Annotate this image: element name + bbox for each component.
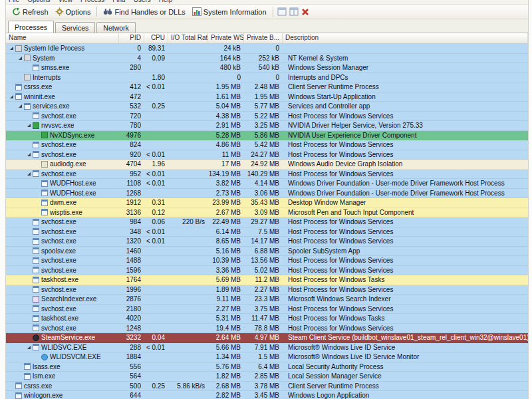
menu-help[interactable]: Help [159, 0, 173, 3]
expander-icon[interactable] [8, 84, 15, 90]
table-row[interactable]: smss.exe 280 480 kB 540 kB Windows Sessi… [6, 63, 528, 73]
system-information-button[interactable]: System Information [189, 7, 270, 17]
options-button[interactable]: Options [52, 7, 94, 17]
table-row[interactable]: csrss.exe 500 0.25 5.86 kB/s 2.68 MB 3.7… [6, 382, 528, 392]
expander-icon[interactable] [25, 219, 32, 225]
table-row[interactable]: svchost.exe 1488 10.39 MB 13.56 MB Host … [6, 256, 528, 266]
table-row[interactable]: audiodg.exe 4704 1.96 17 MB 24.92 MB Win… [6, 160, 528, 170]
table-row[interactable]: Interrupts 1.80 0 0 Interrupts and DPCs [6, 73, 528, 83]
expander-icon[interactable] [17, 55, 23, 61]
expander-icon[interactable] [25, 151, 32, 158]
expander-icon[interactable] [25, 315, 32, 322]
expander-icon[interactable] [25, 170, 32, 177]
expander-icon[interactable] [8, 382, 15, 389]
column-header-description[interactable]: Description [283, 33, 528, 43]
table-row[interactable]: WUDFHost.exe 1268 2.73 MB 3.06 MB Window… [6, 189, 528, 199]
table-row[interactable]: winlogon.exe 644 2.82 MB 3.45 MB Windows… [6, 391, 528, 399]
menu-view[interactable]: View [59, 0, 73, 3]
table-row[interactable]: csrss.exe 412 < 0.01 1.95 MB 2.48 MB Cli… [6, 82, 528, 92]
window-view-button-2[interactable] [288, 7, 300, 17]
column-header-cpu[interactable]: CPU [144, 33, 168, 43]
expander-icon[interactable] [25, 257, 32, 264]
expander-icon[interactable] [34, 132, 41, 138]
expander-icon[interactable] [25, 296, 32, 303]
table-row[interactable]: wisptis.exe 3136 0.12 2.67 MB 3.09 MB Mi… [6, 208, 528, 218]
expander-icon[interactable] [25, 238, 32, 245]
table-row[interactable]: svchost.exe 720 4.38 MB 5.22 MB Host Pro… [6, 112, 528, 122]
table-row[interactable]: taskhost.exe 1764 5.69 MB 11.2 MB Host P… [6, 275, 528, 285]
expander-icon[interactable] [34, 190, 41, 196]
table-row[interactable]: System 4 0.09 164 kB 252 kB NT Kernel & … [6, 54, 528, 64]
menu-process[interactable]: Process [80, 0, 104, 3]
table-row[interactable]: WLIDSVC.EXE 288 < 0.01 5.66 MB 7.91 MB M… [6, 343, 528, 353]
column-header-name[interactable]: Name [6, 33, 119, 43]
table-row[interactable]: taskhost.exe 4020 5.31 MB 11.47 MB Host … [6, 314, 528, 324]
table-row[interactable]: lsass.exe 556 5.76 MB 6.4 MB Local Secur… [6, 362, 528, 372]
window-view-button-1[interactable] [276, 7, 288, 17]
expander-icon[interactable] [17, 74, 23, 80]
table-row[interactable]: svchost.exe 824 4.86 MB 5.42 MB Host Pro… [6, 140, 528, 150]
refresh-button[interactable]: Refresh [9, 7, 52, 17]
expander-icon[interactable] [8, 93, 15, 100]
expander-icon[interactable] [25, 65, 32, 71]
table-row[interactable]: WUDFHost.exe 1108 < 0.01 3.82 MB 4.14 MB… [6, 179, 528, 189]
menu-find[interactable]: Find [112, 0, 125, 3]
table-row[interactable]: SearchIndexer.exe 2876 9.11 MB 23.3 MB M… [6, 295, 528, 305]
table-row[interactable]: svchost.exe 348 < 0.01 6.14 MB 7.5 MB Ho… [6, 227, 528, 237]
expander-icon[interactable] [25, 334, 32, 341]
table-row[interactable]: services.exe 532 0.25 5.04 MB 5.77 MB Se… [6, 102, 528, 112]
menu-users[interactable]: Users [134, 0, 151, 3]
table-row[interactable]: WLIDSVCM.EXE 1884 1.34 MB 1.5 MB Microso… [6, 352, 528, 362]
expander-icon[interactable] [17, 363, 23, 370]
cell-cpu [144, 362, 168, 372]
menu-file[interactable]: File [9, 0, 19, 3]
expander-icon[interactable] [25, 305, 32, 312]
expander-icon[interactable] [25, 325, 32, 331]
column-header-pid[interactable]: PID [119, 33, 144, 43]
table-row[interactable]: SteamService.exe 3232 0.04 2.64 MB 4.97 … [6, 333, 528, 343]
tab-processes[interactable]: Processes [8, 21, 54, 33]
expander-icon[interactable] [25, 112, 32, 119]
table-row[interactable]: svchost.exe 1320 < 0.01 8.65 MB 14.17 MB… [6, 237, 528, 247]
expander-icon[interactable] [25, 228, 32, 235]
expander-icon[interactable] [34, 161, 41, 168]
table-row[interactable]: svchost.exe 1596 3.36 MB 5.02 MB Host Pr… [6, 266, 528, 276]
menu-options[interactable]: Options [27, 0, 50, 3]
table-row[interactable]: svchost.exe 1248 19.4 MB 78.8 MB Host Pr… [6, 324, 528, 334]
expander-icon[interactable] [34, 209, 41, 215]
expander-icon[interactable] [25, 277, 32, 283]
table-row[interactable]: svchost.exe 952 < 0.01 134.19 MB 140.29 … [6, 170, 528, 180]
table-row[interactable]: nvvsvc.exe 780 2.91 MB 3.25 MB NVIDIA Dr… [6, 121, 528, 131]
expander-icon[interactable] [25, 142, 32, 148]
table-row[interactable]: wininit.exe 472 1.61 MB 1.95 MB Windows … [6, 92, 528, 102]
column-header-private-ws[interactable]: Private WS [208, 33, 244, 43]
expander-icon[interactable] [25, 267, 32, 273]
expander-icon[interactable] [17, 103, 23, 110]
table-row[interactable]: NvXDSync.exe 4976 5.28 MB 5.86 MB NVIDIA… [6, 131, 528, 141]
kill-process-button[interactable] [300, 7, 311, 17]
expander-icon[interactable] [25, 286, 32, 293]
expander-icon[interactable] [34, 354, 41, 360]
tab-services[interactable]: Services [55, 22, 95, 33]
expander-icon[interactable] [17, 373, 23, 380]
table-row[interactable]: lsm.exe 564 1.82 MB 2.85 MB Local Sessio… [6, 372, 528, 382]
table-row[interactable]: svchost.exe 1996 1.89 MB 2.27 MB Host Pr… [6, 285, 528, 295]
cell-description: NT Kernel & System [283, 54, 528, 63]
expander-icon[interactable] [8, 45, 15, 52]
column-header-private-bytes[interactable]: Private B... [244, 33, 283, 43]
expander-icon[interactable] [25, 344, 32, 350]
column-header-io-total-rate[interactable]: I/O Total Rate [168, 33, 208, 43]
expander-icon[interactable] [25, 247, 32, 254]
expander-icon[interactable] [8, 392, 15, 399]
find-handles-button[interactable]: Find Handles or DLLs [100, 7, 188, 17]
table-row[interactable]: svchost.exe 920 < 0.01 11 MB 24.27 MB Ho… [6, 150, 528, 160]
table-row[interactable]: dwm.exe 1912 0.31 23.99 MB 35.43 MB Desk… [6, 198, 528, 208]
table-row[interactable]: System Idle Process 0 89.31 24 kB 0 [6, 44, 528, 54]
tab-network[interactable]: Network [96, 22, 136, 33]
table-row[interactable]: svchost.exe 2180 2.27 MB 3.75 MB Host Pr… [6, 305, 528, 315]
table-row[interactable]: spoolsv.exe 1460 5.16 MB 6.88 MB Spooler… [6, 247, 528, 257]
expander-icon[interactable] [34, 180, 41, 187]
expander-icon[interactable] [34, 200, 41, 206]
table-row[interactable]: svchost.exe 984 0.06 220 B/s 22.49 MB 29… [6, 217, 528, 227]
expander-icon[interactable] [25, 122, 32, 129]
